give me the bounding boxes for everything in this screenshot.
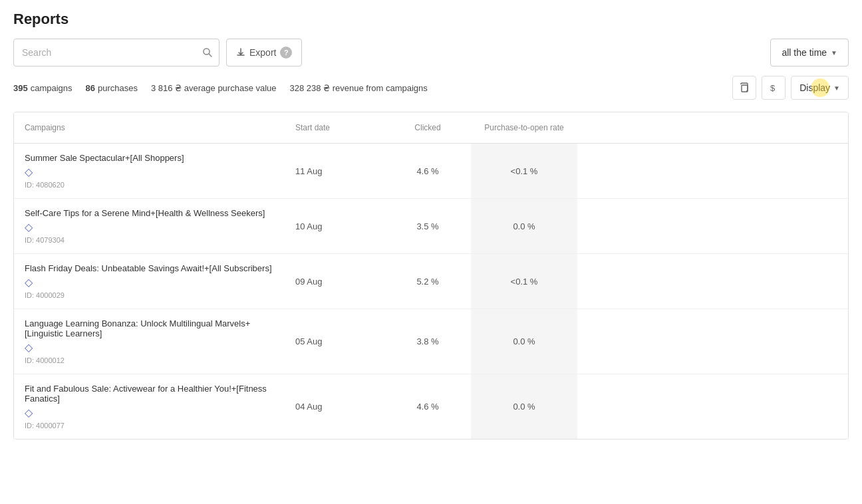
- page-container: Reports Export ?: [0, 0, 862, 450]
- download-icon: [236, 48, 245, 57]
- purchase-to-open-cell: 0.0 %: [471, 199, 577, 253]
- campaign-id: ID: 4080620: [25, 181, 274, 189]
- campaign-name: Summer Sale Spectacular+[All Shoppers]: [25, 153, 274, 163]
- table-row[interactable]: Language Learning Bonanza: Unlock Multil…: [14, 309, 848, 374]
- clicked-value: 4.6 %: [416, 166, 438, 176]
- purchases-label: purchases: [98, 83, 138, 93]
- start-date-cell: 11 Aug: [285, 144, 384, 198]
- clicked-value: 3.8 %: [416, 336, 438, 346]
- start-date-value: 10 Aug: [295, 221, 323, 231]
- svg-text:$: $: [770, 83, 776, 93]
- purchase-to-open-cell: <0.1 %: [471, 254, 577, 309]
- campaign-id: ID: 4000029: [25, 291, 274, 299]
- campaign-icon: ◇: [25, 341, 274, 354]
- toolbar-left: Export ?: [13, 39, 302, 66]
- table-body: Summer Sale Spectacular+[All Shoppers] ◇…: [14, 144, 848, 439]
- purchases-count: 86: [86, 83, 95, 93]
- campaigns-count: 395: [13, 83, 28, 93]
- page-title: Reports: [13, 11, 849, 28]
- avg-purchase-stat: 3 816 ₴ average purchase value: [151, 83, 277, 93]
- toolbar-right: all the time ▼: [770, 39, 849, 66]
- campaign-id: ID: 4079304: [25, 236, 274, 244]
- campaign-cell: Flash Friday Deals: Unbeatable Savings A…: [14, 254, 285, 309]
- search-wrapper: [13, 39, 219, 66]
- start-date-value: 11 Aug: [295, 166, 323, 176]
- help-icon[interactable]: ?: [280, 47, 292, 59]
- purchase-to-open-value: <0.1 %: [511, 166, 538, 176]
- th-campaigns: Campaigns: [14, 119, 285, 136]
- revenue-button[interactable]: $: [762, 76, 786, 100]
- campaign-icon: ◇: [25, 276, 274, 289]
- campaign-name: Fit and Fabulous Sale: Activewear for a …: [25, 384, 274, 404]
- start-date-value: 09 Aug: [295, 277, 323, 287]
- extra-cell: [577, 144, 848, 198]
- display-label: Display: [799, 82, 830, 93]
- stats-actions: $ Display ▼: [732, 76, 849, 100]
- campaign-icon: ◇: [25, 406, 274, 419]
- start-date-value: 04 Aug: [295, 402, 323, 412]
- purchase-to-open-cell: <0.1 %: [471, 144, 577, 198]
- clicked-value: 5.2 %: [416, 277, 438, 287]
- extra-cell: [577, 254, 848, 309]
- copy-button[interactable]: [732, 76, 756, 100]
- clicked-value: 3.5 %: [416, 221, 438, 231]
- campaign-name: Language Learning Bonanza: Unlock Multil…: [25, 318, 274, 338]
- start-date-cell: 09 Aug: [285, 254, 384, 309]
- purchase-to-open-value: 0.0 %: [513, 221, 535, 231]
- table-row[interactable]: Flash Friday Deals: Unbeatable Savings A…: [14, 254, 848, 309]
- search-icon: [202, 47, 213, 58]
- clicked-cell: 4.6 %: [384, 144, 471, 198]
- time-filter-label: all the time: [782, 47, 827, 58]
- time-filter-button[interactable]: all the time ▼: [770, 39, 849, 66]
- campaign-name: Flash Friday Deals: Unbeatable Savings A…: [25, 263, 274, 273]
- start-date-value: 05 Aug: [295, 336, 323, 346]
- clicked-value: 4.6 %: [416, 402, 438, 412]
- search-button[interactable]: [202, 47, 213, 58]
- campaign-id: ID: 4000077: [25, 422, 274, 430]
- purchase-to-open-cell: 0.0 %: [471, 309, 577, 374]
- table-row[interactable]: Fit and Fabulous Sale: Activewear for a …: [14, 374, 848, 439]
- campaign-icon: ◇: [25, 221, 274, 233]
- th-extra: [577, 119, 848, 136]
- revenue-stat: 328 238 ₴ revenue from campaigns: [290, 83, 428, 93]
- campaign-cell: Fit and Fabulous Sale: Activewear for a …: [14, 374, 285, 439]
- clicked-cell: 5.2 %: [384, 254, 471, 309]
- purchase-to-open-value: 0.0 %: [513, 336, 535, 346]
- display-chevron-icon: ▼: [833, 84, 840, 92]
- campaign-id: ID: 4000012: [25, 356, 274, 364]
- campaign-cell: Language Learning Bonanza: Unlock Multil…: [14, 309, 285, 374]
- purchase-to-open-value: 0.0 %: [513, 402, 535, 412]
- extra-cell: [577, 199, 848, 253]
- table-row[interactable]: Self-Care Tips for a Serene Mind+[Health…: [14, 199, 848, 254]
- extra-cell: [577, 309, 848, 374]
- campaigns-table: Campaigns Start date Clicked Purchase-to…: [13, 112, 849, 440]
- campaigns-stat: 395 campaigns: [13, 83, 72, 93]
- start-date-cell: 10 Aug: [285, 199, 384, 253]
- export-button[interactable]: Export ?: [226, 39, 302, 66]
- campaign-icon: ◇: [25, 166, 274, 178]
- extra-cell: [577, 374, 848, 439]
- purchases-stat: 86 purchases: [86, 83, 138, 93]
- export-label: Export: [249, 47, 276, 58]
- toolbar: Export ? all the time ▼: [13, 39, 849, 66]
- purchase-to-open-cell: 0.0 %: [471, 374, 577, 439]
- campaign-cell: Summer Sale Spectacular+[All Shoppers] ◇…: [14, 144, 285, 198]
- table-header: Campaigns Start date Clicked Purchase-to…: [14, 112, 848, 144]
- dollar-icon: $: [768, 82, 779, 93]
- th-start-date: Start date: [285, 119, 384, 136]
- table-row[interactable]: Summer Sale Spectacular+[All Shoppers] ◇…: [14, 144, 848, 199]
- copy-icon: [739, 82, 750, 93]
- clicked-cell: 3.5 %: [384, 199, 471, 253]
- start-date-cell: 05 Aug: [285, 309, 384, 374]
- th-purchase-to-open: Purchase-to-open rate: [471, 119, 577, 136]
- clicked-cell: 3.8 %: [384, 309, 471, 374]
- campaigns-label: campaigns: [31, 83, 72, 93]
- display-button[interactable]: Display ▼: [791, 76, 849, 100]
- search-input[interactable]: [13, 39, 219, 66]
- campaign-name: Self-Care Tips for a Serene Mind+[Health…: [25, 208, 274, 218]
- campaign-cell: Self-Care Tips for a Serene Mind+[Health…: [14, 199, 285, 253]
- svg-point-0: [204, 49, 210, 55]
- th-clicked: Clicked: [384, 119, 471, 136]
- clicked-cell: 4.6 %: [384, 374, 471, 439]
- start-date-cell: 04 Aug: [285, 374, 384, 439]
